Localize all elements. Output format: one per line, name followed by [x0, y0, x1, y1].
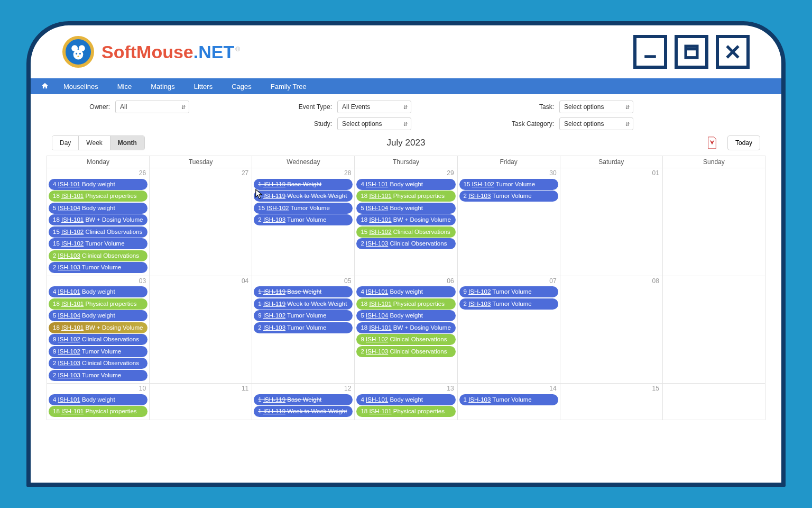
nav-item-cages[interactable]: Cages [222, 83, 261, 90]
calendar-event[interactable]: 15 ISH-102 Clinical Observations [49, 226, 147, 238]
task-select[interactable]: Select options [559, 101, 633, 113]
calendar-event[interactable]: 9 ISH-102 Clinical Observations [49, 334, 147, 345]
calendar-event[interactable]: 5 ISH-104 Body weight [356, 310, 455, 321]
day-header: Thursday [355, 156, 457, 168]
calendar-day-cell[interactable]: 27 [150, 168, 252, 276]
day-number: 12 [344, 385, 351, 392]
calendar-day-cell[interactable]: 079 ISH-102 Tumor Volume2 ISH-103 Tumor … [458, 276, 560, 384]
nav-item-matings[interactable]: Matings [141, 83, 184, 90]
calendar-day-cell[interactable]: 294 ISH-101 Body weight18 ISH-101 Physic… [355, 168, 457, 276]
filter-bar: Owner: All Event Type: All Events Study:… [31, 94, 781, 132]
event-type-select[interactable]: All Events [337, 101, 411, 113]
calendar-event[interactable]: 1 ISH-119 Week to Week Weight [254, 298, 353, 310]
calendar-event[interactable]: 1 ISH-119 Week to Week Weight [254, 190, 353, 202]
calendar-day-cell[interactable]: 01 [560, 168, 663, 276]
calendar-event[interactable]: 1 ISH-119 Week to Week Weight [254, 406, 353, 417]
calendar-event[interactable]: 18 ISH-101 Physical properties [356, 406, 455, 417]
calendar-day-cell[interactable]: 264 ISH-101 Body weight18 ISH-101 Physic… [47, 168, 150, 276]
calendar-event[interactable]: 18 ISH-101 BW + Dosing Volume [356, 214, 455, 225]
view-day-button[interactable]: Day [52, 136, 78, 150]
calendar-day-cell[interactable]: 034 ISH-101 Body weight18 ISH-101 Physic… [47, 276, 150, 384]
calendar-event[interactable]: 4 ISH-101 Body weight [49, 394, 147, 405]
calendar-event[interactable]: 9 ISH-102 Tumor Volume [459, 286, 558, 297]
calendar-event[interactable]: 15 ISH-102 Tumor Volume [459, 179, 558, 190]
day-number: 26 [139, 169, 146, 177]
view-week-button[interactable]: Week [78, 136, 109, 150]
calendar-event[interactable]: 5 ISH-104 Body weight [49, 203, 147, 214]
calendar-event[interactable]: 2 ISH-103 Clinical Observations [49, 250, 147, 261]
study-label: Study: [274, 120, 332, 128]
calendar-event[interactable]: 2 ISH-103 Tumor Volume [459, 190, 558, 202]
calendar-day-cell[interactable]: 121 ISH-119 Base Weight1 ISH-119 Week to… [252, 384, 355, 420]
calendar-event[interactable]: 4 ISH-101 Body weight [356, 179, 455, 190]
calendar-day-cell[interactable]: 08 [560, 276, 663, 384]
calendar-event[interactable]: 18 ISH-101 Physical properties [49, 298, 147, 310]
calendar-event[interactable]: 2 ISH-103 Tumor Volume [254, 214, 353, 225]
calendar-event[interactable]: 2 ISH-103 Clinical Observations [356, 346, 455, 357]
view-month-button[interactable]: Month [110, 136, 144, 150]
calendar-event[interactable]: 4 ISH-101 Body weight [49, 286, 147, 297]
calendar-day-cell[interactable]: 3015 ISH-102 Tumor Volume2 ISH-103 Tumor… [458, 168, 560, 276]
calendar-event[interactable]: 4 ISH-101 Body weight [49, 179, 147, 190]
calendar-day-cell[interactable]: 281 ISH-119 Base Weight1 ISH-119 Week to… [252, 168, 355, 276]
calendar-day-cell[interactable]: 104 ISH-101 Body weight18 ISH-101 Physic… [47, 384, 150, 420]
study-select[interactable]: Select options [337, 117, 411, 130]
pdf-export-icon[interactable] [706, 136, 718, 150]
calendar-event[interactable]: 2 ISH-103 Clinical Observations [49, 358, 147, 369]
calendar-event[interactable]: 18 ISH-101 BW + Dosing Volume [49, 322, 147, 333]
calendar-event[interactable]: 4 ISH-101 Body weight [356, 394, 455, 405]
calendar-day-cell[interactable]: 064 ISH-101 Body weight18 ISH-101 Physic… [355, 276, 457, 384]
day-number: 29 [447, 169, 454, 177]
calendar-event[interactable]: 18 ISH-101 BW + Dosing Volume [49, 214, 147, 225]
day-number: 06 [447, 277, 454, 285]
calendar-event[interactable]: 15 ISH-102 Clinical Observations [356, 226, 455, 238]
calendar-event[interactable]: 18 ISH-101 Physical properties [356, 190, 455, 202]
calendar-day-cell[interactable]: 051 ISH-119 Base Weight1 ISH-119 Week to… [252, 276, 355, 384]
day-number: 04 [242, 277, 248, 285]
day-number: 03 [139, 277, 146, 285]
task-category-select[interactable]: Select options [559, 117, 633, 130]
calendar-day-cell[interactable] [663, 168, 765, 276]
calendar-event[interactable]: 4 ISH-101 Body weight [356, 286, 455, 297]
calendar-event[interactable]: 1 ISH-119 Base Weight [254, 286, 353, 297]
calendar-event[interactable]: 9 ISH-102 Tumor Volume [49, 346, 147, 357]
calendar-day-cell[interactable]: 04 [150, 276, 252, 384]
calendar-event[interactable]: 18 ISH-101 Physical properties [49, 190, 147, 202]
nav-item-mice[interactable]: Mice [108, 83, 141, 90]
day-number: 01 [652, 169, 659, 177]
calendar-event[interactable]: 2 ISH-103 Tumor Volume [254, 322, 353, 333]
calendar-event[interactable]: 18 ISH-101 Physical properties [356, 298, 455, 310]
calendar-event[interactable]: 2 ISH-103 Tumor Volume [49, 262, 147, 273]
home-icon[interactable] [36, 82, 54, 91]
calendar-event[interactable]: 5 ISH-104 Body weight [49, 310, 147, 321]
calendar-day-cell[interactable]: 141 ISH-103 Tumor Volume [458, 384, 560, 420]
calendar-event[interactable]: 18 ISH-101 Physical properties [49, 406, 147, 417]
calendar-event[interactable]: 1 ISH-103 Tumor Volume [459, 394, 558, 405]
calendar-day-cell[interactable]: 15 [560, 384, 663, 420]
calendar-day-cell[interactable]: 11 [150, 384, 252, 420]
nav-item-litters[interactable]: Litters [184, 83, 222, 90]
owner-select[interactable]: All [115, 101, 189, 113]
calendar-day-cell[interactable]: 134 ISH-101 Body weight18 ISH-101 Physic… [355, 384, 457, 420]
calendar-event[interactable]: 9 ISH-102 Tumor Volume [254, 310, 353, 321]
calendar-event[interactable]: 1 ISH-119 Base Weight [254, 394, 353, 405]
calendar-event[interactable]: 2 ISH-103 Clinical Observations [356, 238, 455, 249]
day-number: 27 [242, 169, 248, 177]
close-button[interactable] [716, 35, 750, 69]
maximize-button[interactable] [675, 35, 708, 69]
calendar-event[interactable]: 15 ISH-102 Tumor Volume [49, 238, 147, 249]
calendar-event[interactable]: 15 ISH-102 Tumor Volume [254, 203, 353, 214]
today-button[interactable]: Today [727, 135, 760, 150]
calendar-event[interactable]: 2 ISH-103 Tumor Volume [49, 370, 147, 381]
calendar-day-cell[interactable] [663, 384, 765, 420]
calendar-event[interactable]: 9 ISH-102 Clinical Observations [356, 334, 455, 345]
calendar-event[interactable]: 1 ISH-119 Base Weight [254, 179, 353, 190]
calendar-event[interactable]: 2 ISH-103 Tumor Volume [459, 298, 558, 310]
nav-item-mouselines[interactable]: Mouselines [54, 83, 108, 90]
day-header: Wednesday [252, 156, 355, 168]
calendar-event[interactable]: 5 ISH-104 Body weight [356, 203, 455, 214]
nav-item-family-tree[interactable]: Family Tree [261, 83, 316, 90]
calendar-event[interactable]: 18 ISH-101 BW + Dosing Volume [356, 322, 455, 333]
calendar-day-cell[interactable] [663, 276, 765, 384]
minimize-button[interactable] [633, 35, 667, 69]
